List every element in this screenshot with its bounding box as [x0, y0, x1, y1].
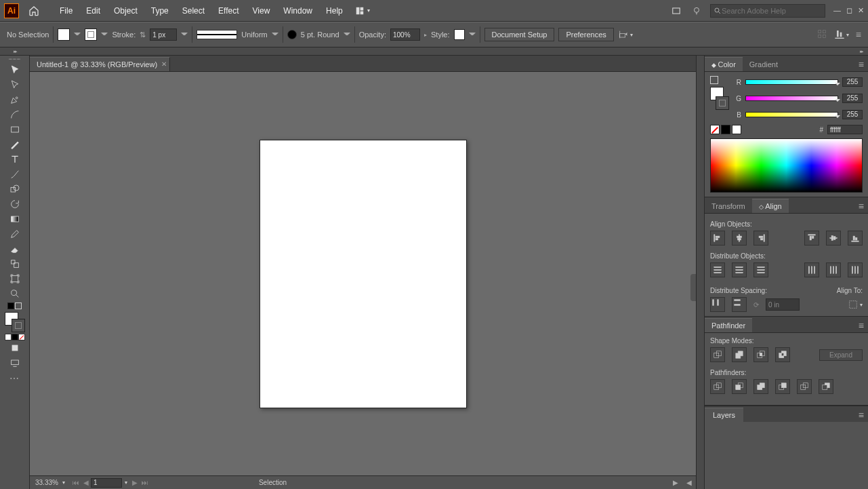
color-spectrum[interactable]	[710, 138, 863, 193]
align-right-button[interactable]	[753, 231, 768, 246]
stroke-weight-input[interactable]	[150, 28, 177, 41]
workspace-switcher[interactable]: ▾	[350, 6, 375, 16]
type-tool[interactable]	[5, 152, 24, 167]
dist-hcenter-button[interactable]	[826, 262, 841, 277]
fill-dropdown[interactable]	[74, 33, 81, 39]
window-maximize[interactable]: ◻	[846, 6, 852, 15]
fill-swatch[interactable]	[58, 28, 70, 41]
menu-effect[interactable]: Effect	[211, 3, 245, 18]
brush-dropdown[interactable]	[344, 33, 350, 39]
pf-unite-button[interactable]	[710, 347, 725, 362]
eyedropper-tool[interactable]	[5, 227, 24, 241]
zoom-tool[interactable]	[5, 286, 24, 301]
style-dropdown[interactable]	[469, 33, 476, 39]
stroke-swatch[interactable]	[85, 28, 97, 41]
menu-help[interactable]: Help	[319, 3, 350, 18]
last-artboard-button[interactable]: ⏭	[140, 479, 150, 486]
gradient-mode-icon[interactable]	[12, 334, 18, 340]
eraser-tool[interactable]	[5, 241, 24, 256]
panel-menu-icon[interactable]: ≡	[856, 29, 861, 40]
tab-layers[interactable]: Layers	[705, 408, 743, 422]
menu-object[interactable]: Object	[107, 3, 144, 18]
window-minimize[interactable]: —	[833, 6, 841, 15]
curvature-tool[interactable]	[5, 107, 24, 122]
transform-panel-icon[interactable]	[817, 28, 827, 41]
default-fill-stroke-icon[interactable]	[7, 302, 14, 309]
dist-vcenter-button[interactable]	[732, 262, 747, 277]
artboard[interactable]	[260, 140, 467, 408]
color-panel-menu[interactable]: ≡	[854, 58, 868, 71]
tab-transform[interactable]: Transform	[705, 199, 752, 213]
pf-merge-button[interactable]	[753, 379, 768, 394]
direct-selection-tool[interactable]	[5, 77, 24, 92]
align-to-selector[interactable]: ▾	[848, 299, 863, 310]
rotate-tool[interactable]	[5, 197, 24, 212]
stroke-dropdown[interactable]	[101, 33, 108, 39]
stroke-profile-dropdown[interactable]	[272, 33, 278, 39]
dist-bottom-button[interactable]	[753, 262, 768, 277]
zoom-level[interactable]: 33.33%	[35, 479, 58, 486]
pf-minus-back-button[interactable]	[819, 379, 833, 394]
color-mode-icon[interactable]	[5, 334, 12, 340]
tab-pathfinder[interactable]: Pathfinder	[705, 318, 752, 332]
panels-edge[interactable]	[696, 56, 704, 489]
help-bulb-icon[interactable]	[690, 4, 703, 18]
paintbrush-tool[interactable]	[5, 137, 24, 152]
first-artboard-button[interactable]: ⏮	[70, 479, 81, 486]
edit-toolbar[interactable]: ⋯	[9, 373, 20, 384]
stroke-profile-preview[interactable]	[197, 30, 237, 39]
toolbox-collapse-toggle[interactable]	[0, 47, 30, 55]
toolbox-grip[interactable]: ┅┅┅	[0, 56, 29, 62]
help-search-input[interactable]	[722, 7, 822, 15]
next-artboard-button[interactable]: ▶	[130, 479, 140, 486]
g-value[interactable]: 255	[842, 94, 863, 103]
pathfinder-panel-menu[interactable]: ≡	[854, 319, 868, 332]
align-bottom-button[interactable]	[848, 231, 863, 246]
spacing-link-icon[interactable]: ⟳	[753, 301, 759, 309]
pf-minus-front-button[interactable]	[732, 347, 747, 362]
align-vcenter-button[interactable]	[826, 231, 841, 246]
g-slider[interactable]	[745, 96, 838, 101]
dist-spacing-h-button[interactable]	[732, 297, 747, 312]
document-setup-button[interactable]: Document Setup	[484, 28, 555, 41]
panel-fill-stroke[interactable]	[710, 87, 729, 110]
home-icon[interactable]	[26, 3, 42, 19]
stroke-weight-dropdown[interactable]	[181, 33, 188, 39]
dist-left-button[interactable]	[804, 262, 819, 277]
color-none-swatch[interactable]	[710, 125, 720, 134]
panel-stroke-swatch[interactable]	[716, 96, 729, 110]
tab-gradient[interactable]: Gradient	[743, 58, 785, 71]
scale-tool[interactable]	[5, 256, 24, 271]
hscroll-left[interactable]: ◀	[682, 479, 696, 486]
align-top-button[interactable]	[804, 231, 819, 246]
menu-file[interactable]: File	[53, 3, 79, 18]
draw-mode-normal[interactable]	[5, 340, 24, 355]
selection-tool[interactable]	[5, 62, 24, 77]
hex-input[interactable]	[827, 125, 863, 134]
opacity-dropdown[interactable]: ▸	[424, 32, 427, 38]
pf-outline-button[interactable]	[797, 379, 812, 394]
canvas-viewport[interactable]	[30, 72, 696, 475]
align-to-control[interactable]: ▾	[618, 29, 633, 40]
panel-collapse-knob[interactable]	[690, 274, 696, 301]
document-tab[interactable]: Untitled-1 @ 33.33% (RGB/Preview) ✕	[30, 57, 170, 71]
none-mode-icon[interactable]	[18, 334, 25, 340]
pen-tool[interactable]	[5, 92, 24, 107]
menu-view[interactable]: View	[246, 3, 277, 18]
pf-intersect-button[interactable]	[753, 347, 768, 362]
menu-select[interactable]: Select	[175, 3, 211, 18]
shape-builder-tool[interactable]	[5, 182, 24, 197]
dist-right-button[interactable]	[848, 262, 863, 277]
color-white-swatch[interactable]	[732, 125, 741, 134]
align-hcenter-button[interactable]	[732, 231, 747, 246]
opacity-input[interactable]	[390, 28, 420, 41]
align-left-button[interactable]	[710, 231, 725, 246]
r-value[interactable]: 255	[842, 77, 863, 87]
panels-collapse-toggle[interactable]	[854, 47, 868, 55]
arrange-documents-icon[interactable]	[669, 4, 683, 18]
artboard-dropdown[interactable]: ▾	[122, 480, 130, 486]
fill-stroke-indicator[interactable]	[5, 312, 25, 332]
gradient-tool[interactable]	[5, 212, 24, 227]
pf-trim-button[interactable]	[732, 379, 747, 394]
help-search[interactable]	[710, 4, 825, 18]
